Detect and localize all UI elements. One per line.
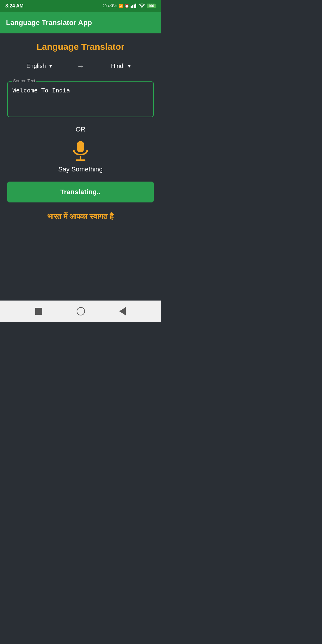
bluetooth-icon: 📶 bbox=[119, 4, 123, 8]
alarm-icon: ⏰ bbox=[125, 4, 129, 8]
network-speed: 20.4KB/s bbox=[103, 4, 117, 8]
status-time: 8:24 AM bbox=[5, 3, 24, 9]
wifi-icon bbox=[139, 3, 145, 9]
microphone-button[interactable]: Say Something bbox=[58, 139, 103, 173]
microphone-icon bbox=[69, 139, 92, 162]
source-language-label: English bbox=[26, 63, 46, 69]
recent-apps-icon bbox=[35, 308, 42, 315]
home-button[interactable] bbox=[77, 307, 85, 315]
source-language-selector[interactable]: English ▼ bbox=[7, 60, 72, 72]
app-bar-title: Language Translator App bbox=[6, 18, 92, 27]
svg-rect-2 bbox=[134, 4, 135, 8]
back-icon bbox=[119, 307, 126, 315]
source-text-input[interactable] bbox=[13, 87, 148, 111]
svg-rect-3 bbox=[135, 4, 136, 8]
translate-button[interactable]: Translating.. bbox=[7, 182, 154, 202]
or-separator: OR bbox=[76, 126, 86, 133]
target-language-selector[interactable]: Hindi ▼ bbox=[89, 60, 154, 72]
source-text-box: Source Text bbox=[7, 81, 154, 117]
signal-icon bbox=[131, 3, 137, 9]
svg-rect-1 bbox=[132, 5, 133, 8]
page-title: Language Translator bbox=[36, 42, 124, 52]
main-content: Language Translator English ▼ → Hindi ▼ … bbox=[0, 33, 161, 301]
language-selector-row: English ▼ → Hindi ▼ bbox=[7, 60, 154, 72]
svg-rect-0 bbox=[131, 6, 132, 8]
battery-icon: 100 bbox=[147, 4, 156, 8]
svg-rect-4 bbox=[77, 141, 84, 152]
source-lang-chevron-icon: ▼ bbox=[48, 64, 53, 69]
swap-arrow-icon: → bbox=[72, 62, 89, 70]
app-bar: Language Translator App bbox=[0, 12, 161, 33]
recent-apps-button[interactable] bbox=[35, 308, 42, 315]
home-icon bbox=[77, 307, 85, 315]
back-button[interactable] bbox=[119, 307, 126, 315]
say-something-label: Say Something bbox=[58, 165, 103, 173]
target-language-label: Hindi bbox=[111, 63, 125, 69]
target-lang-chevron-icon: ▼ bbox=[127, 64, 132, 69]
source-text-label: Source Text bbox=[12, 78, 36, 83]
translated-text: भारत में आपका स्वागत है bbox=[7, 212, 154, 221]
status-icons: 20.4KB/s 📶 ⏰ 100 bbox=[103, 3, 156, 9]
status-bar: 8:24 AM 20.4KB/s 📶 ⏰ 100 bbox=[0, 0, 161, 12]
bottom-nav-bar bbox=[0, 301, 161, 322]
